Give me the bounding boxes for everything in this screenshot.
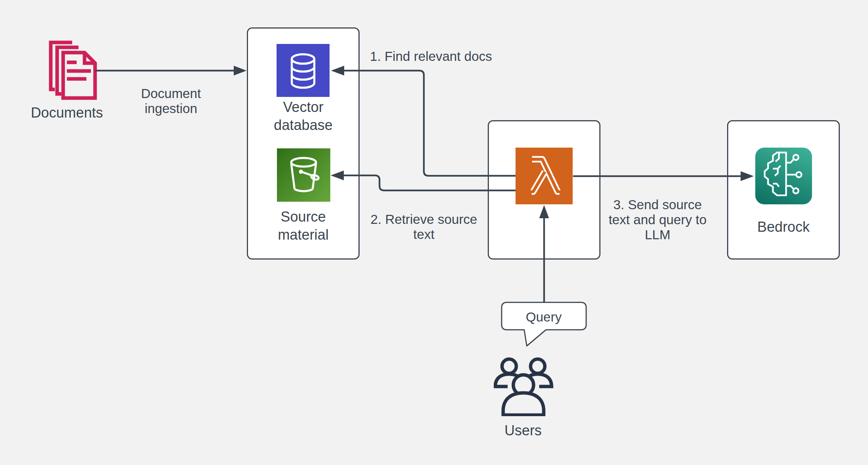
bucket-glyph <box>277 148 330 202</box>
send-to-llm-label: 3. Send source text and query to LLM <box>607 197 708 242</box>
retrieve-source-text-label: 2. Retrieve source text <box>366 212 482 242</box>
lambda-icon <box>516 148 573 204</box>
brain-circuit-glyph <box>755 148 812 204</box>
bedrock-icon <box>755 148 812 204</box>
bedrock-label: Bedrock <box>731 218 836 236</box>
users-label: Users <box>470 421 576 439</box>
source-material-label: Source material <box>258 208 348 244</box>
documents-icon <box>44 37 99 103</box>
document-ingestion-label: Document ingestion <box>126 86 216 116</box>
documents-label: Documents <box>14 104 119 122</box>
lambda-glyph <box>516 148 573 204</box>
arrowhead-ingestion <box>234 66 246 75</box>
query-label: Query <box>506 309 581 325</box>
source-material-icon <box>277 148 330 202</box>
database-cylinder-glyph <box>277 44 330 97</box>
diagram-canvas: Documents Vector database Source materia… <box>0 0 868 465</box>
find-relevant-docs-label: 1. Find relevant docs <box>360 49 502 64</box>
vector-database-icon <box>277 44 330 97</box>
vector-database-label: Vector database <box>258 98 348 134</box>
users-icon <box>494 356 554 416</box>
